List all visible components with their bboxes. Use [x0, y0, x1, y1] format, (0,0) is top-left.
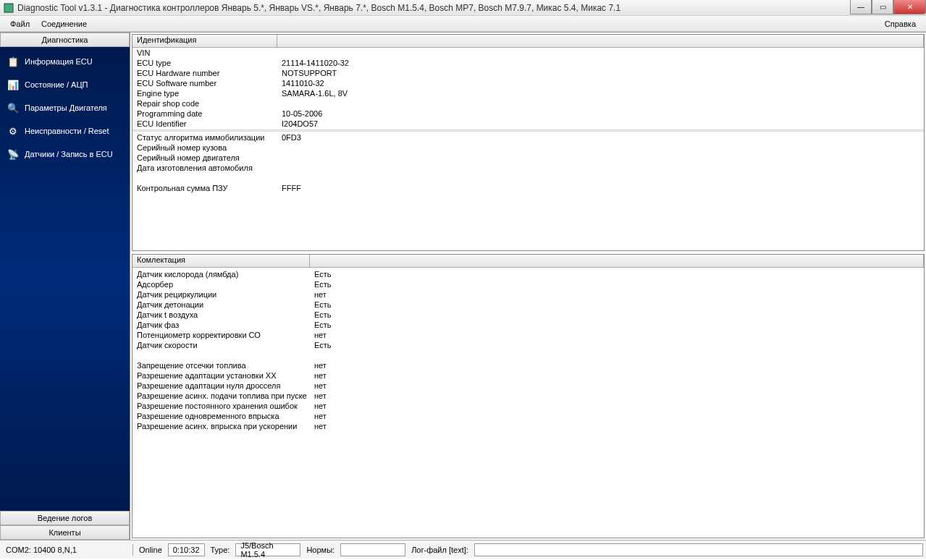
content-area: Идентификация VIN ECU type21114-1411020-…: [130, 33, 926, 540]
table-row: Серийный номер кузова: [132, 143, 924, 153]
identification-header: Идентификация: [132, 35, 924, 48]
state-icon: 📊: [7, 79, 19, 90]
table-row: Датчик кислорода (лямбда)Есть: [132, 269, 924, 279]
menubar: Файл Соединение Справка: [0, 16, 926, 32]
identification-body: VIN ECU type21114-1411020-32 ECU Hardwar…: [132, 48, 924, 249]
table-row: Разрешение асинх. впрыска при ускорениин…: [132, 421, 924, 431]
sidebar-item-label: Неисправности / Reset: [25, 127, 109, 135]
table-row: Разрешение адаптации нуля дросселянет: [132, 381, 924, 391]
menu-help[interactable]: Справка: [879, 18, 922, 30]
table-row: Датчик детонацииЕсть: [132, 300, 924, 310]
status-norms-value: [340, 543, 405, 556]
divider: [132, 130, 924, 132]
close-button[interactable]: ✕: [893, 0, 926, 14]
table-row: АдсорберЕсть: [132, 279, 924, 289]
status-time: 0:10:32: [168, 543, 205, 556]
sidebar-item-label: Информация ECU: [25, 57, 93, 66]
table-row: Programming date10-05-2006: [132, 109, 924, 119]
gear-icon: ⚙: [7, 125, 19, 137]
sidebar-item-state-adc[interactable]: 📊 Состояние / АЦП: [0, 73, 130, 96]
svg-rect-0: [4, 4, 13, 12]
status-log-value: [474, 543, 923, 556]
window-controls: — ▭ ✕: [850, 0, 926, 14]
sensor-icon: 📡: [7, 148, 19, 160]
table-row: Разрешение адаптации установки ХХнет: [132, 370, 924, 381]
table-row: VIN: [132, 48, 924, 58]
table-row: Датчик t воздухаЕсть: [132, 310, 924, 320]
statusbar: COM2: 10400 8,N,1 Online 0:10:32 Type: J…: [0, 540, 926, 559]
ident-col-value[interactable]: [277, 35, 924, 47]
table-row: ECU type21114-1411020-32: [132, 58, 924, 68]
status-type-value: J5/Bosch M1.5.4: [235, 543, 300, 556]
sidebar-header[interactable]: Диагностика: [0, 33, 130, 47]
table-row: Серийный номер двигателя: [132, 153, 924, 163]
sidebar-item-label: Состояние / АЦП: [25, 80, 88, 89]
minimize-button[interactable]: —: [850, 0, 872, 14]
equipment-body: Датчик кислорода (лямбда)Есть АдсорберЕс…: [132, 268, 924, 431]
menu-connection[interactable]: Соединение: [35, 18, 93, 30]
sidebar-item-sensors-write[interactable]: 📡 Датчики / Запись в ECU: [0, 143, 130, 166]
equip-col-value[interactable]: [310, 255, 924, 267]
app-icon: [3, 2, 14, 14]
table-row: Дата изготовления автомобиля: [132, 163, 924, 173]
sidebar-clients-button[interactable]: Клиенты: [0, 525, 130, 540]
table-row: Запрещение отсечки топливанет: [132, 360, 924, 370]
status-comport: COM2: 10400 8,N,1: [3, 544, 133, 556]
table-row: Контрольная сумма ПЗУFFFF: [132, 183, 924, 193]
sidebar-item-engine-params[interactable]: 🔍 Параметры Двигателя: [0, 96, 130, 119]
status-online: Online: [138, 546, 164, 554]
status-type-label: Type:: [209, 546, 232, 554]
titlebar: Diagnostic Tool v1.3.1 - Диагностика кон…: [0, 0, 926, 16]
sidebar-nav: 📋 Информация ECU 📊 Состояние / АЦП 🔍 Пар…: [0, 47, 130, 511]
main-area: Диагностика 📋 Информация ECU 📊 Состояние…: [0, 32, 926, 540]
table-row: Датчик рециркулициинет: [132, 289, 924, 300]
sidebar-logs-button[interactable]: Ведение логов: [0, 511, 130, 525]
table-row: ECU Software number1411010-32: [132, 78, 924, 88]
equipment-header: Комлектация: [132, 255, 924, 268]
table-row: ECU IdentifierI204DO57: [132, 119, 924, 129]
table-row: Разрешение асинх. подачи топлива при пус…: [132, 391, 924, 401]
menu-file[interactable]: Файл: [4, 18, 35, 30]
table-row: Engine typeSAMARA-1.6L, 8V: [132, 88, 924, 98]
table-row: Потенциометр корректировки СОнет: [132, 330, 924, 340]
table-row: Repair shop code: [132, 98, 924, 109]
table-row: Разрешение постоянного хранения ошибокне…: [132, 401, 924, 411]
status-norms-label: Нормы:: [305, 546, 336, 554]
window-title: Diagnostic Tool v1.3.1 - Диагностика кон…: [17, 3, 620, 13]
table-row: Датчик скоростиЕсть: [132, 340, 924, 350]
info-icon: 📋: [7, 56, 19, 67]
sidebar-item-faults-reset[interactable]: ⚙ Неисправности / Reset: [0, 119, 130, 143]
table-row: ECU Hardware numberNOTSUPPORT: [132, 68, 924, 78]
equip-col-label[interactable]: Комлектация: [132, 255, 310, 267]
sidebar-item-label: Датчики / Запись в ECU: [25, 150, 113, 158]
maximize-button[interactable]: ▭: [872, 0, 893, 14]
ident-col-label[interactable]: Идентификация: [132, 35, 277, 47]
table-row: Датчик фазЕсть: [132, 320, 924, 330]
equipment-panel: Комлектация Датчик кислорода (лямбда)Ест…: [132, 254, 925, 538]
sidebar-item-label: Параметры Двигателя: [25, 103, 107, 112]
table-row: Статус алгоритма иммобилизации0FD3: [132, 132, 924, 143]
sidebar-item-ecu-info[interactable]: 📋 Информация ECU: [0, 50, 130, 73]
status-log-label: Лог-файл [text]:: [410, 546, 470, 554]
sidebar: Диагностика 📋 Информация ECU 📊 Состояние…: [0, 33, 130, 540]
identification-panel: Идентификация VIN ECU type21114-1411020-…: [132, 34, 925, 251]
table-row: Разрешение одновременного впрысканет: [132, 411, 924, 421]
magnifier-icon: 🔍: [7, 102, 19, 114]
